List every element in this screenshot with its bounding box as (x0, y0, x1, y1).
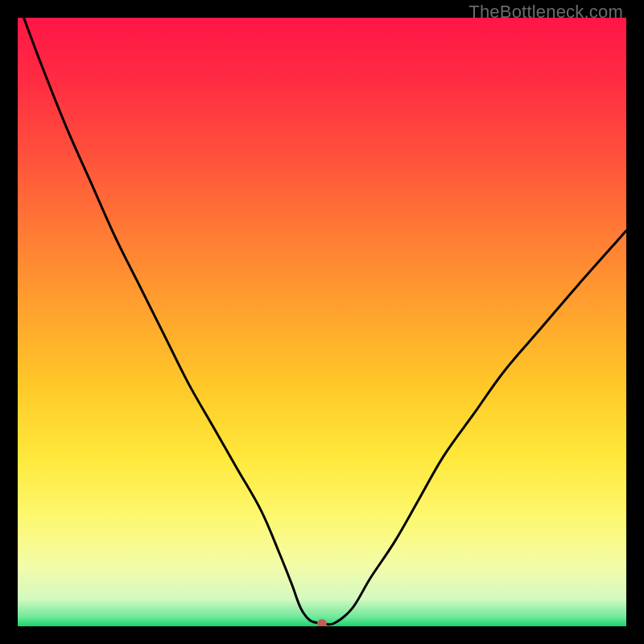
watermark-text: TheBottleneck.com (469, 2, 623, 23)
bottleneck-chart (18, 18, 626, 626)
chart-frame (18, 18, 626, 626)
gradient-background (18, 18, 626, 626)
